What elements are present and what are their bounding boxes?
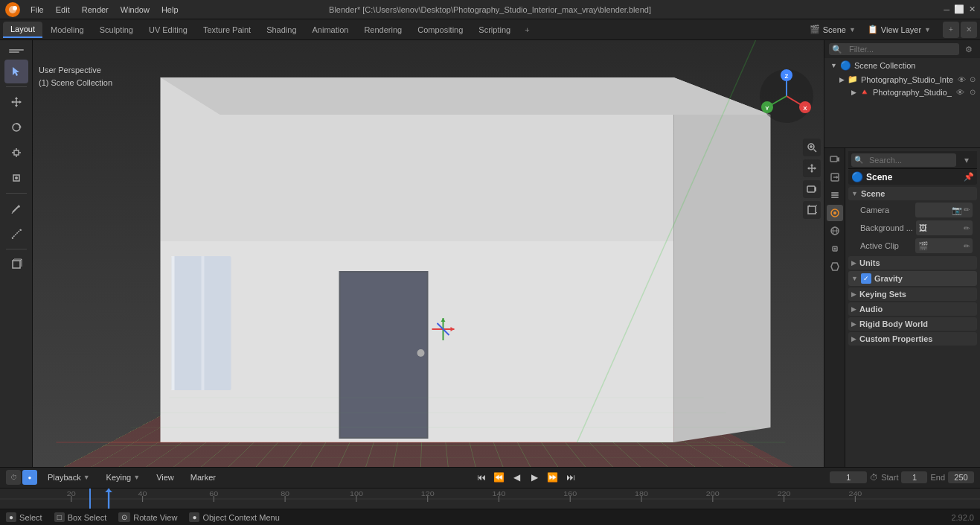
move-tool[interactable] (4, 90, 28, 114)
timeline-type-dropdown[interactable]: ⏱ (6, 470, 21, 485)
tab-layout[interactable]: Layout (3, 22, 42, 38)
background-edit-icon[interactable]: ✏ (964, 224, 970, 232)
scale-tool[interactable] (4, 141, 28, 165)
menu-help[interactable]: Help (156, 4, 184, 16)
select-tool[interactable] (4, 60, 28, 83)
keying-sets-header[interactable]: ▶ Keying Sets (848, 287, 977, 301)
svg-text:240: 240 (848, 489, 862, 497)
object-1-restrict-icon[interactable]: ⊙ (970, 88, 976, 96)
modifier-properties-icon[interactable] (827, 258, 843, 275)
rigid-body-header[interactable]: ▶ Rigid Body World (848, 317, 977, 331)
background-value[interactable]: 🖼 ✏ (916, 220, 973, 235)
3d-scene[interactable]: User Perspective (1) Scene Collection Z … (33, 40, 824, 483)
keying-chevron-icon: ▼ (133, 474, 140, 481)
properties-filter-button[interactable]: ▾ (959, 153, 974, 168)
svg-point-56 (417, 349, 425, 357)
scene-section-header[interactable]: ▼ Scene (848, 187, 977, 200)
view-layer-properties-icon[interactable] (827, 187, 843, 203)
rotate-tool[interactable] (4, 115, 28, 139)
end-frame[interactable]: 250 (948, 471, 974, 483)
camera-value[interactable]: 📷 ✏ (915, 203, 973, 217)
units-section: ▶ Units (848, 256, 977, 270)
scene-properties-icon[interactable] (827, 205, 843, 221)
camera-view-button[interactable] (803, 180, 821, 198)
properties-icons-bar (824, 148, 845, 483)
tab-compositing[interactable]: Compositing (410, 22, 470, 37)
menu-render[interactable]: Render (77, 4, 114, 16)
tab-texture-paint[interactable]: Texture Paint (196, 22, 258, 37)
pin-icon[interactable]: 📌 (964, 172, 974, 182)
window-minimize[interactable]: ─ (944, 5, 949, 14)
object-1-visibility-icon[interactable]: 👁 (956, 88, 964, 97)
tab-scripting[interactable]: Scripting (471, 22, 518, 37)
output-properties-icon[interactable] (827, 169, 843, 185)
scene-collection-item[interactable]: ▼ 🔵 Scene Collection (824, 58, 980, 73)
view-layer-dropdown[interactable]: View Layer (881, 25, 921, 34)
menu-file[interactable]: File (25, 4, 49, 16)
svg-rect-100 (831, 194, 839, 196)
tab-animation[interactable]: Animation (305, 22, 356, 37)
annotate-tool[interactable] (4, 197, 28, 220)
svg-text:Y: Y (765, 105, 769, 112)
next-keyframe-button[interactable]: ⏩ (545, 469, 561, 486)
scene-new-button[interactable]: + (943, 22, 959, 38)
playback-menu[interactable]: Playback ▼ (42, 471, 96, 483)
pan-button[interactable] (803, 159, 821, 177)
marker-menu[interactable]: Marker (185, 471, 222, 483)
outliner-filter-button[interactable]: ⚙ (962, 42, 976, 56)
outliner-object-1[interactable]: ▶ 🔺 Photography_Studio_ 👁 ⊙ (824, 86, 980, 98)
outliner-collection-1[interactable]: ▶ 📁 Photography_Studio_Inte 👁 ⊙ (824, 73, 980, 86)
transform-tool[interactable] (4, 166, 28, 190)
play-reverse-button[interactable]: ◀ (509, 469, 525, 486)
menu-edit[interactable]: Edit (51, 4, 75, 16)
audio-section-header[interactable]: ▶ Audio (848, 302, 977, 316)
view-menu[interactable]: View (150, 471, 180, 483)
camera-icon: 📷 (952, 206, 962, 215)
add-workspace-button[interactable]: + (519, 22, 535, 37)
tab-rendering[interactable]: Rendering (356, 22, 409, 37)
gravity-checkbox[interactable]: ✓ (861, 273, 871, 284)
tab-modeling[interactable]: Modeling (43, 22, 92, 37)
units-section-header[interactable]: ▶ Units (848, 256, 977, 270)
clip-edit-icon[interactable]: ✏ (964, 242, 970, 250)
measure-tool[interactable] (4, 222, 28, 246)
play-button[interactable]: ▶ (527, 469, 543, 486)
window-close[interactable]: ✕ (969, 4, 976, 14)
ortho-view-button[interactable] (803, 201, 821, 219)
jump-start-button[interactable]: ⏮ (473, 469, 490, 486)
custom-props-header[interactable]: ▶ Custom Properties (848, 332, 977, 346)
scene-remove-button[interactable]: ✕ (961, 22, 977, 38)
tab-uv-editing[interactable]: UV Editing (141, 22, 195, 37)
timeline-track[interactable]: 20 40 60 80 100 120 140 160 180 200 220 … (0, 489, 980, 509)
add-cube-tool[interactable] (4, 252, 28, 276)
b-key: □ (54, 512, 65, 522)
tab-shading[interactable]: Shading (259, 22, 304, 37)
jump-end-button[interactable]: ⏭ (563, 469, 579, 486)
active-clip-value[interactable]: 🎬 ✏ (915, 238, 973, 253)
outliner-search-input[interactable] (845, 43, 956, 55)
scene-dropdown[interactable]: Scene (823, 25, 846, 34)
collection-1-name: Photography_Studio_Inte (861, 75, 953, 84)
viewport-3d[interactable]: Object Mode ▼ View Select Add Object Glo… (33, 40, 824, 483)
world-properties-icon[interactable] (827, 223, 843, 239)
collection-1-visibility-icon[interactable]: 👁 (958, 75, 966, 84)
camera-edit-icon[interactable]: ✏ (964, 206, 970, 215)
render-properties-icon[interactable] (827, 151, 843, 168)
svg-text:140: 140 (493, 489, 506, 497)
menu-window[interactable]: Window (115, 4, 155, 16)
properties-search-input[interactable] (865, 154, 953, 166)
current-frame[interactable]: 1 (830, 471, 867, 483)
prev-keyframe-button[interactable]: ⏪ (491, 469, 507, 486)
start-frame[interactable]: 1 (901, 471, 927, 483)
background-icon: 🖼 (919, 223, 927, 232)
tab-sculpting[interactable]: Sculpting (92, 22, 141, 37)
gravity-section-header[interactable]: ▼ ✓ Gravity (848, 271, 977, 286)
zoom-in-button[interactable] (803, 139, 821, 156)
collection-1-restrict-icon[interactable]: ⊙ (970, 75, 976, 83)
keying-menu[interactable]: Keying ▼ (100, 471, 147, 483)
object-properties-icon[interactable] (827, 241, 843, 257)
scene-collection-icon: 🔵 (840, 60, 851, 71)
window-maximize[interactable]: ⬜ (954, 4, 964, 14)
svg-text:100: 100 (350, 489, 363, 497)
marker-label: Marker (190, 473, 216, 482)
